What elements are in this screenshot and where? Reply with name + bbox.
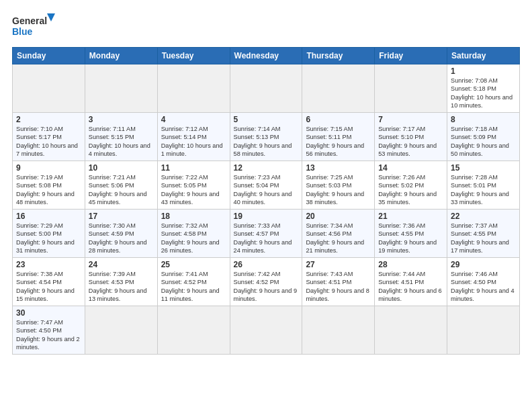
day-info: Sunrise: 7:28 AM Sunset: 5:01 PM Dayligh…	[451, 173, 516, 207]
calendar-cell: 14Sunrise: 7:26 AM Sunset: 5:02 PM Dayli…	[375, 161, 447, 210]
day-number: 29	[451, 260, 516, 269]
day-number: 13	[306, 163, 371, 173]
calendar-cell	[302, 64, 375, 113]
calendar-cell: 16Sunrise: 7:29 AM Sunset: 5:00 PM Dayli…	[13, 210, 85, 258]
calendar-cell: 11Sunrise: 7:22 AM Sunset: 5:05 PM Dayli…	[157, 161, 230, 210]
calendar-table: SundayMondayTuesdayWednesdayThursdayFrid…	[12, 47, 520, 355]
day-info: Sunrise: 7:19 AM Sunset: 5:08 PM Dayligh…	[16, 173, 81, 207]
day-info: Sunrise: 7:37 AM Sunset: 4:55 PM Dayligh…	[451, 222, 516, 255]
calendar-cell: 10Sunrise: 7:21 AM Sunset: 5:06 PM Dayli…	[85, 161, 157, 210]
day-info: Sunrise: 7:22 AM Sunset: 5:05 PM Dayligh…	[161, 173, 226, 207]
day-number: 30	[16, 308, 81, 318]
day-info: Sunrise: 7:32 AM Sunset: 4:58 PM Dayligh…	[161, 222, 226, 255]
day-info: Sunrise: 7:30 AM Sunset: 4:59 PM Dayligh…	[89, 222, 154, 255]
calendar-cell: 17Sunrise: 7:30 AM Sunset: 4:59 PM Dayli…	[85, 210, 157, 258]
day-number: 25	[161, 260, 226, 269]
day-number: 11	[161, 163, 226, 173]
day-number: 27	[306, 260, 371, 269]
calendar-cell: 3Sunrise: 7:11 AM Sunset: 5:15 PM Daylig…	[85, 113, 157, 161]
day-info: Sunrise: 7:26 AM Sunset: 5:02 PM Dayligh…	[378, 173, 443, 207]
day-number: 26	[234, 260, 299, 269]
calendar-cell	[13, 64, 85, 113]
calendar-cell: 21Sunrise: 7:36 AM Sunset: 4:55 PM Dayli…	[375, 210, 447, 258]
calendar-cell: 5Sunrise: 7:14 AM Sunset: 5:13 PM Daylig…	[230, 113, 302, 161]
calendar-cell: 19Sunrise: 7:33 AM Sunset: 4:57 PM Dayli…	[230, 210, 302, 258]
day-info: Sunrise: 7:14 AM Sunset: 5:13 PM Dayligh…	[234, 125, 299, 158]
calendar-cell: 18Sunrise: 7:32 AM Sunset: 4:58 PM Dayli…	[157, 210, 230, 258]
svg-text:General: General	[12, 15, 47, 26]
svg-text:Blue: Blue	[12, 26, 33, 37]
day-number: 12	[234, 163, 299, 173]
calendar-cell	[375, 306, 447, 355]
day-number: 23	[16, 260, 81, 269]
day-number: 16	[16, 212, 81, 221]
calendar-cell	[230, 64, 302, 113]
calendar-cell	[447, 306, 520, 355]
day-number: 2	[16, 115, 81, 124]
day-number: 7	[378, 115, 443, 124]
calendar-cell: 25Sunrise: 7:41 AM Sunset: 4:52 PM Dayli…	[157, 258, 230, 306]
weekday-header-monday: Monday	[85, 48, 157, 64]
calendar-cell	[375, 64, 447, 113]
day-info: Sunrise: 7:11 AM Sunset: 5:15 PM Dayligh…	[89, 125, 154, 158]
calendar-cell: 9Sunrise: 7:19 AM Sunset: 5:08 PM Daylig…	[13, 161, 85, 210]
week-row-1: 1Sunrise: 7:08 AM Sunset: 5:18 PM Daylig…	[13, 64, 520, 113]
day-number: 3	[89, 115, 154, 124]
weekday-header-wednesday: Wednesday	[230, 48, 302, 64]
calendar-cell: 23Sunrise: 7:38 AM Sunset: 4:54 PM Dayli…	[13, 258, 85, 306]
day-info: Sunrise: 7:10 AM Sunset: 5:17 PM Dayligh…	[16, 125, 81, 158]
weekday-header-row: SundayMondayTuesdayWednesdayThursdayFrid…	[13, 48, 520, 64]
day-info: Sunrise: 7:29 AM Sunset: 5:00 PM Dayligh…	[16, 222, 81, 255]
day-info: Sunrise: 7:36 AM Sunset: 4:55 PM Dayligh…	[378, 222, 443, 255]
calendar-cell	[85, 64, 157, 113]
weekday-header-thursday: Thursday	[302, 48, 375, 64]
calendar-cell	[230, 306, 302, 355]
day-info: Sunrise: 7:25 AM Sunset: 5:03 PM Dayligh…	[306, 173, 371, 207]
calendar-cell	[157, 306, 230, 355]
calendar-cell: 28Sunrise: 7:44 AM Sunset: 4:51 PM Dayli…	[375, 258, 447, 306]
calendar-cell	[302, 306, 375, 355]
day-info: Sunrise: 7:21 AM Sunset: 5:06 PM Dayligh…	[89, 173, 154, 207]
day-number: 15	[451, 163, 516, 173]
calendar-cell	[157, 64, 230, 113]
weekday-header-saturday: Saturday	[447, 48, 520, 64]
logo-svg: General Blue	[12, 12, 59, 40]
day-info: Sunrise: 7:33 AM Sunset: 4:57 PM Dayligh…	[234, 222, 299, 255]
calendar-cell: 2Sunrise: 7:10 AM Sunset: 5:17 PM Daylig…	[13, 113, 85, 161]
week-row-5: 23Sunrise: 7:38 AM Sunset: 4:54 PM Dayli…	[13, 258, 520, 306]
day-info: Sunrise: 7:42 AM Sunset: 4:52 PM Dayligh…	[234, 270, 299, 304]
day-number: 20	[306, 212, 371, 221]
calendar-cell: 30Sunrise: 7:47 AM Sunset: 4:50 PM Dayli…	[13, 306, 85, 355]
svg-marker-2	[47, 13, 55, 21]
day-number: 14	[378, 163, 443, 173]
weekday-header-sunday: Sunday	[13, 48, 85, 64]
calendar-cell: 20Sunrise: 7:34 AM Sunset: 4:56 PM Dayli…	[302, 210, 375, 258]
day-number: 18	[161, 212, 226, 221]
day-info: Sunrise: 7:23 AM Sunset: 5:04 PM Dayligh…	[234, 173, 299, 207]
day-number: 10	[89, 163, 154, 173]
week-row-3: 9Sunrise: 7:19 AM Sunset: 5:08 PM Daylig…	[13, 161, 520, 210]
calendar-cell: 7Sunrise: 7:17 AM Sunset: 5:10 PM Daylig…	[375, 113, 447, 161]
logo: General Blue	[12, 12, 59, 40]
week-row-4: 16Sunrise: 7:29 AM Sunset: 5:00 PM Dayli…	[13, 210, 520, 258]
day-info: Sunrise: 7:44 AM Sunset: 4:51 PM Dayligh…	[378, 270, 443, 304]
day-number: 19	[234, 212, 299, 221]
calendar-cell: 1Sunrise: 7:08 AM Sunset: 5:18 PM Daylig…	[447, 64, 520, 113]
day-info: Sunrise: 7:15 AM Sunset: 5:11 PM Dayligh…	[306, 125, 371, 158]
day-info: Sunrise: 7:17 AM Sunset: 5:10 PM Dayligh…	[378, 125, 443, 158]
day-info: Sunrise: 7:38 AM Sunset: 4:54 PM Dayligh…	[16, 270, 81, 304]
calendar-cell: 13Sunrise: 7:25 AM Sunset: 5:03 PM Dayli…	[302, 161, 375, 210]
calendar-cell	[85, 306, 157, 355]
day-info: Sunrise: 7:46 AM Sunset: 4:50 PM Dayligh…	[451, 270, 516, 304]
calendar-cell: 6Sunrise: 7:15 AM Sunset: 5:11 PM Daylig…	[302, 113, 375, 161]
header: General Blue	[12, 12, 520, 40]
calendar-cell: 8Sunrise: 7:18 AM Sunset: 5:09 PM Daylig…	[447, 113, 520, 161]
day-info: Sunrise: 7:43 AM Sunset: 4:51 PM Dayligh…	[306, 270, 371, 304]
day-number: 6	[306, 115, 371, 124]
day-number: 28	[378, 260, 443, 269]
weekday-header-tuesday: Tuesday	[157, 48, 230, 64]
day-number: 1	[451, 66, 516, 76]
calendar-cell: 12Sunrise: 7:23 AM Sunset: 5:04 PM Dayli…	[230, 161, 302, 210]
weekday-header-friday: Friday	[375, 48, 447, 64]
day-number: 24	[89, 260, 154, 269]
